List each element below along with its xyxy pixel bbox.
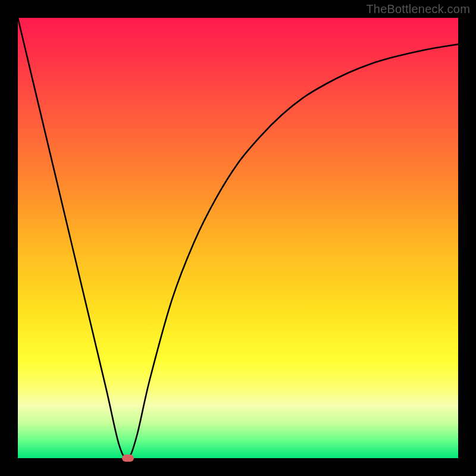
watermark-text: TheBottleneck.com (366, 2, 470, 16)
optimum-marker (122, 455, 134, 462)
plot-area (18, 18, 458, 458)
chart-container: TheBottleneck.com (0, 0, 476, 476)
bottleneck-curve (18, 18, 458, 458)
